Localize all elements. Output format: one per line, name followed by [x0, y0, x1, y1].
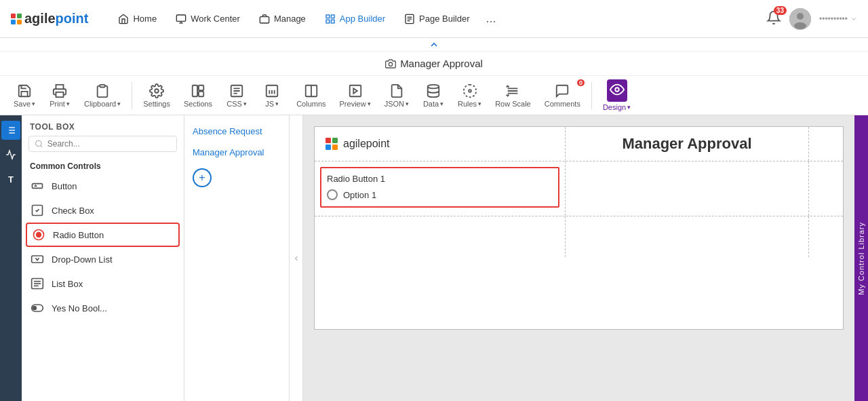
design-icon-bg [607, 79, 627, 102]
save-icon [17, 83, 32, 98]
toolbox-item-dropdown[interactable]: Drop-Down List [22, 247, 184, 271]
svg-rect-21 [199, 91, 203, 96]
notification-bell[interactable]: 33 [766, 10, 781, 27]
clipboard-label: Clipboard ▾ [84, 100, 121, 108]
right-library-panel[interactable]: My Control Library [854, 115, 868, 401]
toolbar-css[interactable]: CSS ▾ [220, 81, 253, 111]
preview-label: Preview ▾ [340, 100, 371, 108]
rules-icon [462, 83, 477, 98]
nav-manage-label: Manage [274, 14, 306, 24]
form-bottom-row [315, 216, 843, 257]
toolbox-item-radiobutton-label: Radio Button [53, 230, 104, 240]
json-icon [389, 83, 404, 98]
js-label: JS ▾ [265, 100, 279, 108]
svg-rect-7 [331, 20, 334, 23]
form-absence-request[interactable]: Absence Request [184, 121, 289, 142]
css-icon [229, 83, 244, 98]
data-label: Data ▾ [423, 100, 443, 108]
rules-label: Rules ▾ [458, 100, 481, 108]
toolbar-rules[interactable]: Rules ▾ [452, 81, 487, 111]
svg-point-28 [469, 90, 471, 92]
left-tabs: T [0, 115, 22, 401]
nav-manage[interactable]: Manage [251, 9, 314, 28]
form-content-row: Radio Button 1 Option 1 [315, 161, 843, 216]
toolbar-settings[interactable]: Settings [138, 81, 176, 111]
toolbar-sections[interactable]: Sections [178, 81, 218, 111]
comments-label: Comments [545, 100, 580, 108]
toolbox-item-checkbox[interactable]: Check Box [22, 198, 184, 223]
toolbar-comments[interactable]: 0 Comments [539, 81, 586, 111]
toolbar-divider-2 [591, 82, 592, 109]
toolbar-js[interactable]: JS ▾ [256, 81, 288, 111]
logo-sq-orange [17, 20, 22, 24]
toolbox-item-listbox[interactable]: List Box [22, 271, 184, 296]
toolbox-item-checkbox-label: Check Box [52, 206, 94, 216]
radio-widget[interactable]: Radio Button 1 Option 1 [320, 167, 559, 208]
listbox-icon [30, 276, 45, 291]
t-label: T [8, 174, 14, 185]
nav-home[interactable]: Home [110, 9, 165, 28]
nav-appbuilder-label: App Builder [340, 14, 385, 24]
toolbox-panel: TOOL BOX Common Controls Button Check Bo… [22, 115, 184, 401]
toolbox-title: TOOL BOX [22, 115, 184, 136]
js-icon [264, 83, 279, 98]
comments-badge: 0 [577, 79, 585, 86]
toolbar-data[interactable]: Data ▾ [417, 81, 450, 111]
radiobutton-icon [31, 227, 46, 242]
svg-rect-42 [32, 256, 43, 263]
top-navigation: agilepoint Home Work Center Manage App B… [0, 0, 868, 38]
radio-widget-label: Radio Button 1 [327, 174, 553, 184]
avatar-icon [789, 8, 811, 30]
nav-right: 33 •••••••••• [766, 8, 857, 30]
form-bottom-mid [566, 216, 809, 257]
nav-pagebuilder[interactable]: Page Builder [396, 9, 477, 28]
form-header-row: agilepoint Manager Approval [315, 127, 843, 161]
page-icon [404, 14, 415, 24]
toolbar-preview[interactable]: Preview ▾ [334, 81, 376, 111]
left-tab-t[interactable]: T [1, 170, 20, 189]
svg-rect-3 [260, 16, 269, 22]
nav-workcenter[interactable]: Work Center [167, 9, 248, 28]
username-label[interactable]: •••••••••• [819, 14, 857, 24]
search-input[interactable] [47, 139, 171, 149]
toolbar-rowscale[interactable]: Row Scale [490, 81, 536, 111]
toolbox-item-yesnobool[interactable]: Yes No Bool... [22, 296, 184, 320]
nav-more-button[interactable]: ... [481, 9, 502, 28]
svg-rect-20 [199, 85, 203, 90]
collapse-bar[interactable] [0, 38, 868, 52]
toolbox-item-radiobutton[interactable]: Radio Button [26, 223, 180, 247]
app-title-bar: Manager Approval [0, 52, 868, 76]
monitor-icon [176, 14, 186, 24]
eye-icon [610, 82, 625, 97]
form-manager-approval[interactable]: Manager Approval [184, 142, 289, 163]
collapse-arrow-button[interactable] [290, 115, 303, 401]
form-right-content-cell [809, 161, 843, 216]
toolbar-columns[interactable]: Columns [291, 81, 331, 111]
toolbox-item-button[interactable]: Button [22, 174, 184, 198]
design-icon-container [607, 79, 627, 102]
logo-squares [11, 14, 22, 24]
user-avatar[interactable] [789, 8, 811, 30]
canvas-area: agilepoint Manager Approval Radio Button… [303, 115, 854, 401]
preview-icon [348, 83, 363, 98]
radio-circle [327, 189, 338, 200]
toolbox-section-title: Common Controls [22, 157, 184, 174]
toolbar-design[interactable]: Design ▾ [597, 77, 636, 114]
left-tab-chart[interactable] [1, 145, 20, 164]
toolbar-save[interactable]: Save ▾ [8, 81, 41, 111]
add-form-button[interactable]: + [193, 168, 212, 187]
right-library-label: My Control Library [857, 222, 865, 295]
form-logo: agilepoint [326, 138, 390, 150]
toolbar-json[interactable]: JSON ▾ [379, 81, 414, 111]
nav-appbuilder[interactable]: App Builder [317, 9, 393, 28]
toolbox-search-box[interactable] [28, 136, 177, 152]
app-title-text: Manager Approval [400, 58, 483, 69]
form-sq-red [326, 138, 331, 143]
toolbar-clipboard[interactable]: Clipboard ▾ [79, 81, 126, 111]
svg-line-37 [41, 145, 42, 147]
form-logo-cell: agilepoint [315, 127, 566, 161]
toolbar-print[interactable]: Print ▾ [43, 81, 76, 111]
app-title: Manager Approval [385, 58, 483, 69]
briefcase-icon [259, 14, 270, 24]
left-tab-toolbox[interactable] [1, 121, 20, 140]
